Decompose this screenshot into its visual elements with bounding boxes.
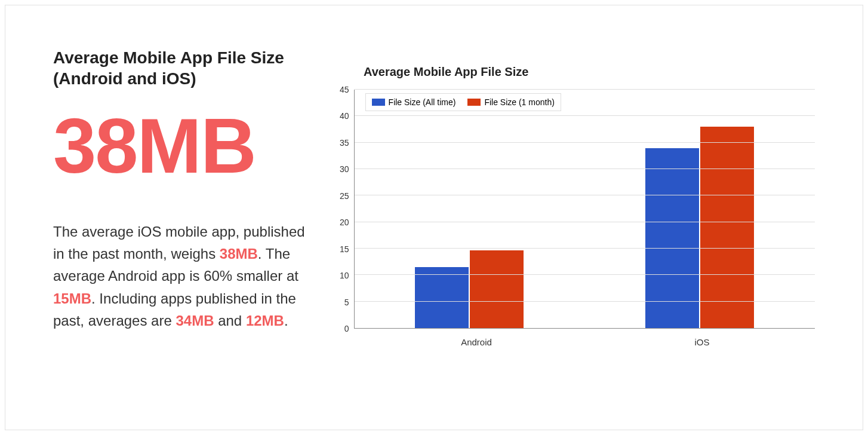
- bar-group: [355, 90, 585, 328]
- left-panel: Average Mobile App File Size (Android an…: [53, 47, 316, 406]
- legend: File Size (All time) File Size (1 month): [365, 93, 561, 111]
- bar: [415, 267, 469, 328]
- grid-line: [355, 301, 815, 302]
- legend-item: File Size (All time): [372, 97, 456, 107]
- grid-line: [355, 274, 815, 275]
- grid-line: [355, 248, 815, 249]
- grid-line: [355, 115, 815, 116]
- page-title: Average Mobile App File Size (Android an…: [53, 47, 316, 89]
- bar: [700, 127, 754, 328]
- grid-line: [355, 169, 815, 169]
- legend-swatch-red: [467, 99, 481, 106]
- x-tick-label: iOS: [589, 337, 815, 347]
- desc-part: and: [214, 313, 245, 329]
- desc-highlight: 15MB: [53, 290, 91, 307]
- grid-line: [355, 89, 815, 90]
- x-tick-label: Android: [364, 337, 589, 347]
- bar-group: [584, 90, 815, 328]
- grid-line: [355, 142, 815, 143]
- grid-line: [355, 195, 815, 195]
- description-text: The average iOS mobile app, published in…: [53, 220, 316, 332]
- legend-label: File Size (All time): [389, 97, 456, 107]
- desc-part: .: [284, 313, 288, 329]
- legend-item: File Size (1 month): [467, 97, 554, 107]
- content-frame: Average Mobile App File Size (Android an…: [5, 5, 863, 430]
- plot-area: File Size (All time) File Size (1 month): [354, 90, 815, 329]
- desc-highlight: 38MB: [220, 246, 258, 262]
- chart-panel: Average Mobile App File Size 45403530252…: [340, 47, 815, 406]
- legend-label: File Size (1 month): [484, 97, 554, 107]
- y-axis: 454035302520151050: [340, 90, 354, 329]
- legend-swatch-blue: [372, 99, 385, 106]
- desc-highlight: 12MB: [246, 313, 284, 329]
- chart-area: 454035302520151050 File Size (All time) …: [340, 90, 815, 329]
- chart-title: Average Mobile App File Size: [340, 65, 815, 79]
- grid-line: [355, 222, 815, 222]
- x-axis: AndroidiOS: [364, 337, 815, 347]
- desc-highlight: 34MB: [176, 313, 214, 329]
- bar: [470, 250, 524, 328]
- headline-number: 38MB: [53, 107, 316, 185]
- bars-container: [355, 90, 815, 328]
